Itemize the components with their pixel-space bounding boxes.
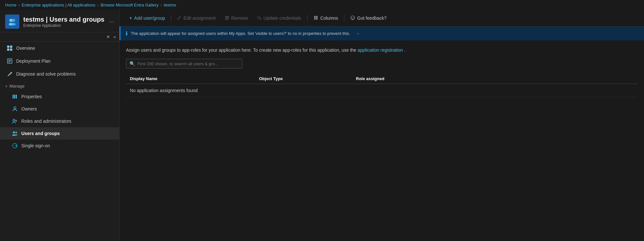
users-icon <box>12 130 18 137</box>
breadcrumb-enterprise[interactable]: Enterprise applications | All applicatio… <box>22 3 95 7</box>
svg-rect-14 <box>14 95 15 99</box>
sidebar-item-properties[interactable]: Properties <box>0 90 119 103</box>
col-object-type: Object Type <box>255 74 352 84</box>
svg-point-3 <box>11 23 16 26</box>
sidebar-label-roles: Roles and administrators <box>21 119 71 124</box>
col-role-assigned: Role assigned <box>352 74 638 84</box>
sidebar-item-owners[interactable]: Owners <box>0 103 119 115</box>
sidebar-label-overview: Overview <box>16 46 35 51</box>
toolbar-separator-3 <box>344 15 344 21</box>
owners-icon <box>12 106 18 112</box>
search-bar: 🔍 <box>126 59 242 68</box>
svg-point-18 <box>16 120 17 121</box>
sidebar-item-diagnose[interactable]: Diagnose and solve problems <box>0 68 119 80</box>
sidebar-label-owners: Owners <box>21 106 37 111</box>
columns-button[interactable]: Columns <box>309 14 343 23</box>
info-icon: ℹ <box>126 30 128 37</box>
app-icon <box>7 17 17 26</box>
plus-icon: + <box>129 15 132 21</box>
main-content: + Add user/group Edit assignment <box>119 10 644 241</box>
sidebar-label-deployment: Deployment Plan <box>16 58 51 64</box>
manage-label: Manage <box>9 84 25 89</box>
svg-point-1 <box>12 19 15 22</box>
add-user-group-button[interactable]: + Add user/group <box>125 13 170 23</box>
search-icon: 🔍 <box>130 61 135 66</box>
svg-point-20 <box>16 132 17 133</box>
table-header-row: Display Name Object Type Role assigned <box>126 74 638 84</box>
content-body: Assign users and groups to app-roles for… <box>119 40 644 241</box>
sidebar-item-sso[interactable]: Single sign-on <box>0 140 119 152</box>
banner-text: The application will appear for assigned… <box>131 31 350 36</box>
breadcrumb-testms[interactable]: testms <box>164 3 176 7</box>
sso-icon <box>12 142 18 149</box>
columns-icon <box>313 16 318 21</box>
app-registration-link[interactable]: application registration <box>358 47 403 53</box>
banner-arrow: → <box>355 31 359 36</box>
sidebar-item-overview[interactable]: Overview <box>0 42 119 55</box>
feedback-icon <box>350 16 355 21</box>
breadcrumb-home[interactable]: Home <box>5 3 16 7</box>
empty-message: No application assignments found <box>126 84 638 97</box>
chevron-down-icon: ∨ <box>5 84 7 88</box>
feedback-button[interactable]: Got feedback? <box>346 14 391 23</box>
sidebar-label-sso: Single sign-on <box>21 143 50 148</box>
toolbar-separator-2 <box>307 15 307 21</box>
svg-point-17 <box>13 119 15 121</box>
svg-rect-4 <box>7 46 9 48</box>
info-banner: ℹ The application will appear for assign… <box>119 26 644 40</box>
trash-icon <box>225 16 229 21</box>
book-icon <box>6 58 13 64</box>
sidebar-label-users-groups: Users and groups <box>21 131 60 136</box>
col-display-name: Display Name <box>126 74 255 84</box>
svg-rect-7 <box>10 48 12 51</box>
toolbar-separator-1 <box>171 15 171 21</box>
sidebar-label-properties: Properties <box>21 94 42 99</box>
remove-button[interactable]: Remove <box>220 14 253 23</box>
svg-rect-13 <box>13 95 14 99</box>
search-input[interactable] <box>138 61 239 66</box>
breadcrumb-gallery[interactable]: Browse Microsoft Entra Gallery <box>101 3 159 7</box>
svg-point-34 <box>353 17 354 18</box>
app-subtitle: Enterprise Application <box>23 23 104 28</box>
sidebar: testms | Users and groups Enterprise App… <box>0 10 119 241</box>
svg-rect-15 <box>16 95 17 99</box>
edit-assignment-button[interactable]: Edit assignment <box>172 14 220 23</box>
app-title: testms | Users and groups <box>23 16 104 23</box>
svg-point-19 <box>13 131 15 133</box>
breadcrumb: Home › Enterprise applications | All app… <box>0 0 644 10</box>
avatar <box>5 15 19 29</box>
wrench-icon <box>6 71 13 77</box>
svg-point-33 <box>351 17 352 18</box>
svg-rect-5 <box>10 46 12 48</box>
sidebar-item-deployment[interactable]: Deployment Plan <box>0 55 119 68</box>
grid-icon <box>6 45 13 51</box>
sidebar-label-diagnose: Diagnose and solve problems <box>16 71 76 77</box>
properties-icon <box>12 93 18 100</box>
table-empty-row: No application assignments found <box>126 84 638 97</box>
sidebar-item-users-groups[interactable]: Users and groups <box>0 127 119 140</box>
update-credentials-button[interactable]: Update credentials <box>253 14 306 23</box>
app-header: testms | Users and groups Enterprise App… <box>0 10 119 32</box>
manage-section-header: ∨ Manage <box>0 80 119 90</box>
svg-point-26 <box>257 16 260 18</box>
close-sidebar-button[interactable]: ✕ <box>106 34 110 39</box>
svg-rect-6 <box>7 48 9 51</box>
assignments-table: Display Name Object Type Role assigned N… <box>126 74 638 97</box>
roles-icon <box>12 118 18 124</box>
pencil-icon <box>177 16 182 21</box>
collapse-sidebar-button[interactable]: « <box>113 34 116 39</box>
toolbar: + Add user/group Edit assignment <box>119 10 644 26</box>
assign-description: Assign users and groups to app-roles for… <box>126 47 638 54</box>
sidebar-item-roles[interactable]: Roles and administrators <box>0 115 119 127</box>
key-icon <box>257 16 262 21</box>
app-more-button[interactable]: ··· <box>109 18 114 25</box>
sidebar-controls: ✕ « <box>0 32 119 42</box>
svg-point-16 <box>14 107 16 109</box>
